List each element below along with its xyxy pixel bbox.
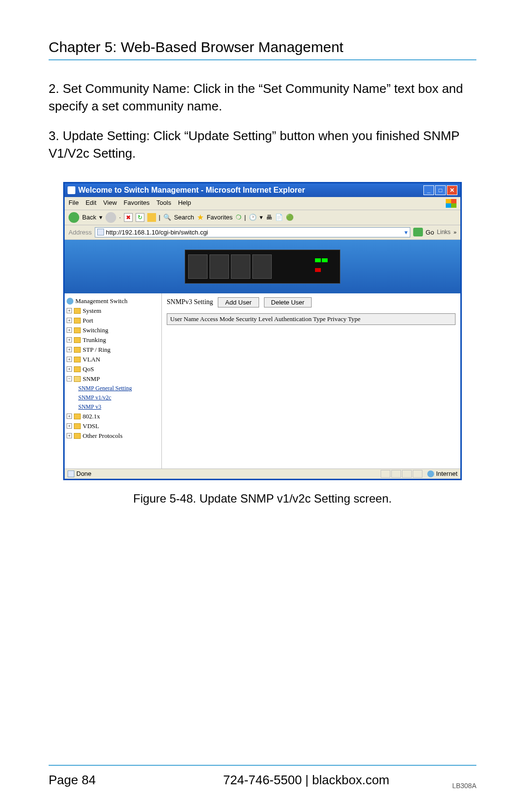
tree-item-vlan[interactable]: +VLAN	[67, 355, 159, 364]
expand-icon[interactable]: +	[67, 347, 72, 352]
back-icon[interactable]	[69, 212, 79, 223]
expand-icon[interactable]: +	[67, 308, 72, 313]
folder-icon	[74, 357, 81, 362]
mail-icon[interactable]: ▾	[260, 214, 263, 221]
tree-item-snmp[interactable]: −SNMP	[67, 374, 159, 384]
tree-label: VLAN	[83, 356, 100, 363]
window-title: Welcome to Switch Management - Microsoft…	[78, 186, 305, 195]
tree-label: Trunking	[83, 336, 106, 344]
maximize-button[interactable]: □	[435, 185, 446, 195]
device-banner	[65, 240, 460, 293]
tree-label: 802.1x	[83, 413, 100, 420]
go-icon[interactable]	[413, 228, 423, 236]
folder-icon	[74, 366, 81, 372]
nav-tree: Management Switch +System +Port +Switchi…	[65, 293, 162, 469]
folder-icon	[74, 337, 81, 343]
tree-item-stp-ring[interactable]: +STP / Ring	[67, 345, 159, 355]
tree-label: STP / Ring	[83, 346, 110, 354]
tree-item-snmp-v1v2c[interactable]: SNMP v1/v2c	[67, 393, 159, 402]
menu-file[interactable]: File	[69, 199, 79, 208]
paragraph-3: 3. Update Setting: Click “Update Setting…	[49, 127, 476, 162]
switch-port	[252, 254, 272, 279]
tree-item-trunking[interactable]: +Trunking	[67, 335, 159, 345]
stop-icon[interactable]: ✖	[124, 213, 133, 222]
table-header: User Name Access Mode Security Level Aut…	[167, 313, 455, 325]
window-titlebar: Welcome to Switch Management - Microsoft…	[65, 183, 460, 197]
close-button[interactable]: ✕	[447, 185, 457, 195]
chapter-title: Chapter 5: Web-Based Browser Management	[49, 39, 476, 55]
footer-model-code: LB308A	[452, 782, 476, 790]
tree-sub-label: SNMP General Setting	[78, 385, 132, 392]
separator: |	[245, 214, 246, 221]
tree-root-label: Management Switch	[75, 297, 127, 305]
folder-icon	[74, 318, 81, 324]
favorites-icon[interactable]: ★	[197, 213, 204, 222]
status-segments	[381, 470, 422, 478]
tree-item-port[interactable]: +Port	[67, 316, 159, 325]
tree-item-snmp-v3[interactable]: SNMP v3	[67, 402, 159, 412]
tree-item-switching[interactable]: +Switching	[67, 325, 159, 335]
add-user-button[interactable]: Add User	[218, 297, 259, 307]
tree-item-vdsl[interactable]: +VDSL	[67, 421, 159, 431]
switch-port	[210, 254, 229, 279]
title-rule	[49, 59, 476, 60]
internet-zone-icon	[427, 470, 434, 477]
status-text: Done	[76, 470, 91, 477]
address-url: http://192.168.1.10/cgi-bin/switch.cgi	[106, 229, 208, 236]
expand-icon[interactable]: +	[67, 337, 72, 343]
folder-open-icon	[74, 376, 81, 382]
folder-icon	[74, 423, 81, 429]
panel-heading: SNMPv3 Setting	[167, 298, 213, 306]
delete-user-button[interactable]: Delete User	[264, 297, 312, 307]
links-label[interactable]: Links	[437, 229, 451, 235]
tree-root[interactable]: Management Switch	[67, 296, 159, 306]
expand-icon[interactable]: +	[67, 433, 72, 438]
menu-view[interactable]: View	[103, 199, 117, 208]
tree-item-qos[interactable]: +QoS	[67, 364, 159, 374]
search-label[interactable]: Search	[174, 214, 194, 221]
address-label: Address	[69, 229, 92, 236]
address-input[interactable]: http://192.168.1.10/cgi-bin/switch.cgi ▾	[95, 227, 410, 237]
windows-logo-icon	[446, 199, 456, 208]
tree-item-snmp-general[interactable]: SNMP General Setting	[67, 384, 159, 393]
separator: |	[159, 214, 160, 221]
history-icon[interactable]: 🕑	[249, 214, 257, 221]
menu-help[interactable]: Help	[178, 199, 191, 208]
tree-item-8021x[interactable]: +802.1x	[67, 412, 159, 421]
status-bar: Done Internet	[65, 469, 460, 479]
messenger-icon[interactable]: 🟢	[286, 214, 294, 221]
address-dropdown-icon[interactable]: ▾	[404, 229, 408, 236]
tree-label: QoS	[83, 365, 94, 373]
expand-icon[interactable]: +	[67, 423, 72, 429]
expand-icon[interactable]: +	[67, 414, 72, 419]
tree-sub-label: SNMP v1/v2c	[78, 394, 111, 401]
expand-icon[interactable]: +	[67, 366, 72, 372]
search-icon[interactable]: 🔍	[163, 214, 171, 221]
refresh-icon[interactable]: ↻	[136, 213, 144, 222]
media-icon[interactable]: ❍	[236, 214, 242, 221]
expand-icon[interactable]: +	[67, 327, 72, 333]
minimize-button[interactable]: _	[423, 185, 434, 195]
tree-item-system[interactable]: +System	[67, 306, 159, 316]
menu-favorites[interactable]: Favorites	[123, 199, 149, 208]
expand-icon[interactable]: +	[67, 357, 72, 362]
links-chevron-icon[interactable]: »	[454, 229, 456, 235]
switch-port	[188, 254, 208, 279]
expand-icon[interactable]: +	[67, 318, 72, 323]
collapse-icon[interactable]: −	[67, 376, 72, 381]
menu-edit[interactable]: Edit	[86, 199, 96, 208]
back-label[interactable]: Back	[82, 214, 96, 221]
switch-leds	[313, 254, 337, 279]
back-dropdown-icon[interactable]: ▾	[99, 214, 103, 221]
menu-tools[interactable]: Tools	[157, 199, 171, 208]
go-label[interactable]: Go	[426, 229, 434, 236]
folder-icon	[74, 433, 81, 439]
page-icon	[68, 470, 74, 477]
home-icon[interactable]	[147, 213, 156, 222]
tree-label: System	[83, 307, 101, 315]
favorites-label[interactable]: Favorites	[207, 214, 232, 221]
forward-icon[interactable]	[105, 212, 116, 223]
print-icon[interactable]: 🖶	[266, 214, 272, 221]
tree-item-other-protocols[interactable]: +Other Protocols	[67, 431, 159, 441]
edit-icon[interactable]: 📄	[275, 214, 283, 221]
